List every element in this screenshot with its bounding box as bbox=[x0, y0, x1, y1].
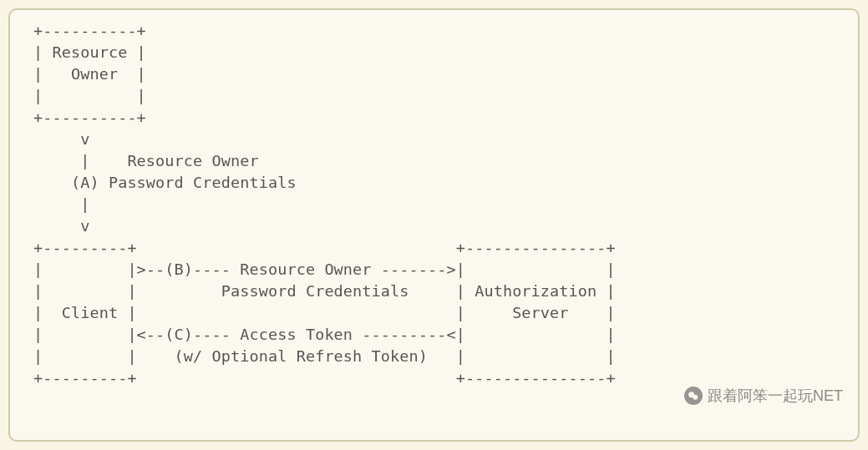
wechat-icon bbox=[684, 387, 703, 405]
svg-point-1 bbox=[693, 395, 698, 400]
diagram-panel: +----------+ | Resource | | Owner | | | … bbox=[8, 8, 860, 442]
svg-point-0 bbox=[688, 392, 694, 397]
ascii-diagram: +----------+ | Resource | | Owner | | | … bbox=[10, 20, 858, 389]
